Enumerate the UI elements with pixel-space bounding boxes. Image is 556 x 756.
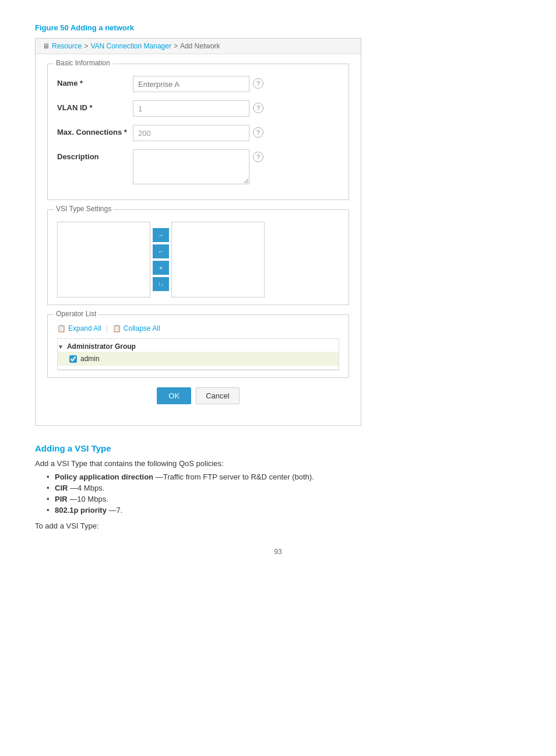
vsi-type-section: VSI Type Settings → ← + ↑↓ <box>47 209 349 305</box>
basic-info-title: Basic Information <box>54 59 112 67</box>
vsi-type-title: VSI Type Settings <box>54 205 114 213</box>
operator-list-section: Operator List 📋 Expand All | 📋 Collapse … <box>47 314 349 378</box>
desc-help-icon[interactable]: ? <box>253 152 263 162</box>
basic-info-section: Basic Information Name * ? VLAN ID * ? <box>47 64 349 200</box>
max-conn-input[interactable] <box>133 125 249 141</box>
bullet-text-3: —10 Mbps. <box>69 495 108 503</box>
transfer-right-btn[interactable]: → <box>153 228 169 242</box>
dialog-content: Basic Information Name * ? VLAN ID * ? <box>36 54 361 414</box>
max-conn-help-icon[interactable]: ? <box>253 127 263 138</box>
bullet-text-1: —Traffic from FTP server to R&D center (… <box>156 473 314 481</box>
transfer-list-left[interactable] <box>57 222 150 298</box>
bullet-label-4: 802.1p priority <box>55 506 107 514</box>
name-input-wrap: ? <box>133 76 339 92</box>
admin-checkbox[interactable] <box>69 355 77 363</box>
operator-tree: ▼ Administrator Group admin <box>57 338 339 370</box>
vlan-row: VLAN ID * ? <box>57 100 339 117</box>
admin-group-row: ▼ Administrator Group admin <box>58 339 339 370</box>
bullet-list: Policy application direction —Traffic fr… <box>47 473 521 514</box>
expand-collapse-bar: 📋 Expand All | 📋 Collapse All <box>57 324 339 332</box>
bullet-item-2: CIR —4 Mbps. <box>47 484 521 492</box>
name-input[interactable] <box>133 76 249 92</box>
desc-input[interactable] <box>133 149 249 184</box>
ok-button[interactable]: OK <box>157 387 191 404</box>
name-label: Name * <box>57 76 133 88</box>
transfer-buttons: → ← + ↑↓ <box>150 228 171 291</box>
breadcrumb-sep2: > <box>174 42 178 50</box>
bullet-label-1: Policy application direction <box>55 473 153 481</box>
admin-item: admin <box>58 352 339 366</box>
group-triangle-icon: ▼ <box>58 344 64 350</box>
breadcrumb-add-network: Add Network <box>180 42 220 50</box>
breadcrumb-bar: 🖥 Resource > VAN Connection Manager > Ad… <box>36 38 361 54</box>
transfer-all-right-btn[interactable]: + <box>153 261 169 275</box>
footer-text: To add a VSI Type: <box>35 522 521 530</box>
vlan-label: VLAN ID * <box>57 100 133 112</box>
adding-vsi-heading: Adding a VSI Type <box>35 443 521 453</box>
max-conn-label: Max. Connections * <box>57 125 133 136</box>
breadcrumb-icon: 🖥 <box>43 42 50 50</box>
dialog-box: 🖥 Resource > VAN Connection Manager > Ad… <box>35 38 361 426</box>
group-name-label: Administrator Group <box>67 342 136 351</box>
vlan-input[interactable] <box>133 100 249 117</box>
transfer-box: → ← + ↑↓ <box>57 222 339 298</box>
name-help-icon[interactable]: ? <box>253 78 263 89</box>
separator: | <box>106 324 108 332</box>
operator-list-title: Operator List <box>54 310 98 318</box>
button-row: OK Cancel <box>47 387 349 404</box>
name-row: Name * ? <box>57 76 339 92</box>
desc-input-wrap: ? <box>133 149 339 184</box>
vlan-input-wrap: ? <box>133 100 339 117</box>
transfer-all-left-btn[interactable]: ↑↓ <box>153 277 169 291</box>
bullet-label-2: CIR <box>55 484 68 492</box>
admin-label: admin <box>80 355 100 363</box>
intro-text: Add a VSI Type that contains the followi… <box>35 459 521 468</box>
bullet-text-4: —7. <box>109 506 123 514</box>
bullet-label-3: PIR <box>55 495 68 503</box>
page-number: 93 <box>35 548 521 556</box>
bullet-item-4: 802.1p priority —7. <box>47 506 521 514</box>
transfer-list-right[interactable] <box>171 222 265 298</box>
max-conn-input-wrap: ? <box>133 125 339 141</box>
collapse-icon: 📋 <box>112 324 121 332</box>
admin-group-header[interactable]: ▼ Administrator Group <box>58 342 339 351</box>
breadcrumb-sep1: > <box>84 42 88 50</box>
expand-icon: 📋 <box>57 324 66 332</box>
figure-title: Figure 50 Adding a network <box>35 23 521 32</box>
max-conn-row: Max. Connections * ? <box>57 125 339 141</box>
cancel-button[interactable]: Cancel <box>196 387 239 404</box>
collapse-all-link[interactable]: Collapse All <box>124 324 160 332</box>
bullet-item-1: Policy application direction —Traffic fr… <box>47 473 521 481</box>
breadcrumb-resource[interactable]: Resource <box>52 42 82 50</box>
desc-label: Description <box>57 149 133 161</box>
breadcrumb-van[interactable]: VAN Connection Manager <box>90 42 171 50</box>
bullet-text-2: —4 Mbps. <box>70 484 104 492</box>
vlan-help-icon[interactable]: ? <box>253 103 263 113</box>
transfer-left-btn[interactable]: ← <box>153 244 169 258</box>
desc-row: Description ? <box>57 149 339 184</box>
expand-all-link[interactable]: Expand All <box>68 324 101 332</box>
bullet-item-3: PIR —10 Mbps. <box>47 495 521 503</box>
